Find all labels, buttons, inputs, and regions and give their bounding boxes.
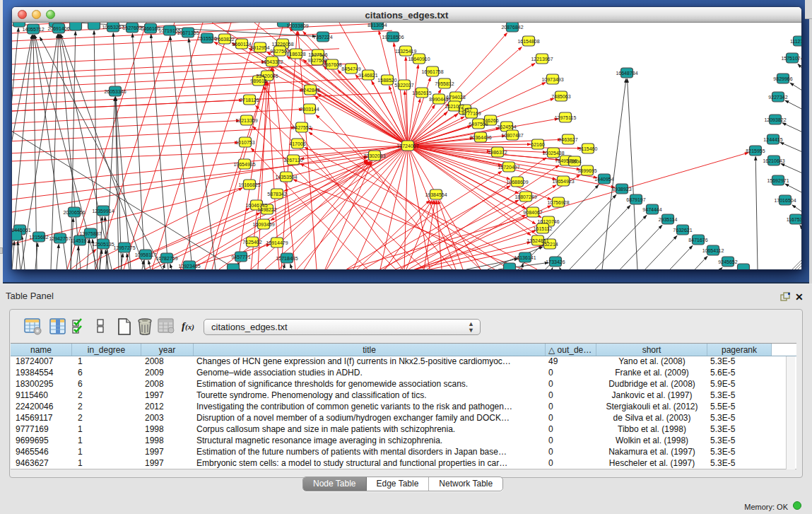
- svg-text:15751074: 15751074: [781, 56, 801, 61]
- svg-text:16154808: 16154808: [517, 39, 539, 44]
- svg-text:9463627: 9463627: [558, 137, 577, 142]
- svg-text:10654112: 10654112: [702, 248, 724, 253]
- svg-text:16648784: 16648784: [616, 71, 637, 76]
- svg-text:1112754: 1112754: [790, 39, 801, 44]
- svg-text:1588520: 1588520: [377, 78, 396, 83]
- svg-text:10671355: 10671355: [177, 30, 199, 35]
- svg-text:1244415: 1244415: [763, 137, 782, 142]
- svg-text:10958117: 10958117: [135, 252, 157, 257]
- svg-text:252214: 252214: [541, 242, 558, 247]
- svg-text:10973493: 10973493: [541, 77, 563, 82]
- svg-text:7986372: 7986372: [488, 150, 507, 155]
- svg-text:8938923: 8938923: [612, 187, 631, 192]
- svg-text:9474444: 9474444: [642, 207, 661, 212]
- svg-text:7485063: 7485063: [551, 94, 570, 99]
- svg-text:9457771: 9457771: [231, 255, 250, 259]
- svg-text:2935114: 2935114: [659, 217, 678, 222]
- svg-text:1615112: 1615112: [534, 226, 553, 231]
- svg-text:16033809: 16033809: [286, 23, 308, 28]
- svg-text:10025438: 10025438: [542, 151, 564, 156]
- svg-text:12505135: 12505135: [92, 242, 114, 247]
- svg-text:12923465: 12923465: [178, 264, 200, 269]
- svg-text:8660124: 8660124: [232, 42, 251, 47]
- svg-text:16543382: 16543382: [261, 59, 283, 64]
- svg-text:1145191: 1145191: [71, 238, 90, 243]
- svg-text:1733426: 1733426: [546, 259, 565, 264]
- svg-text:10807487: 10807487: [501, 133, 523, 138]
- svg-text:989615: 989615: [250, 78, 266, 83]
- svg-text:9146821: 9146821: [358, 73, 377, 78]
- svg-text:11325419: 11325419: [395, 49, 417, 54]
- svg-text:1167533: 1167533: [787, 217, 801, 222]
- svg-text:3624554: 3624554: [497, 124, 516, 129]
- svg-text:9829966: 9829966: [773, 76, 792, 81]
- svg-text:16120746: 16120746: [537, 219, 559, 224]
- svg-text:26053346: 26053346: [104, 89, 126, 94]
- svg-text:98804: 98804: [567, 159, 582, 164]
- svg-text:10756928: 10756928: [547, 200, 569, 205]
- svg-text:9084067: 9084067: [523, 210, 542, 215]
- svg-text:6879197: 6879197: [626, 197, 645, 202]
- svg-text:5322037: 5322037: [394, 83, 413, 88]
- svg-text:7357224: 7357224: [313, 35, 332, 40]
- svg-text:6466160: 6466160: [141, 26, 160, 31]
- svg-text:13975887: 13975887: [79, 231, 101, 236]
- svg-text:17957275: 17957275: [113, 245, 135, 250]
- svg-text:7515526: 7515526: [197, 36, 216, 41]
- svg-text:12093822: 12093822: [764, 117, 786, 122]
- svg-text:14136141: 14136141: [514, 255, 536, 260]
- svg-text:7632621: 7632621: [673, 228, 692, 233]
- svg-text:16961758: 16961758: [421, 69, 443, 74]
- svg-text:20206556: 20206556: [63, 210, 85, 215]
- svg-text:18724007: 18724007: [396, 144, 418, 148]
- svg-text:1215682: 1215682: [29, 235, 48, 240]
- svg-text:3267130: 3267130: [283, 158, 302, 163]
- svg-text:9245652: 9245652: [718, 259, 737, 264]
- svg-text:12975115: 12975115: [555, 115, 577, 120]
- svg-text:9115460: 9115460: [579, 146, 598, 151]
- svg-text:417006: 417006: [289, 141, 305, 146]
- svg-text:15718485: 15718485: [276, 256, 298, 261]
- svg-text:8912954: 8912954: [250, 45, 269, 50]
- svg-text:6497568: 6497568: [469, 122, 488, 127]
- svg-text:15720407: 15720407: [498, 165, 519, 170]
- svg-text:12213967: 12213967: [531, 57, 553, 62]
- svg-text:1440954: 1440954: [594, 177, 613, 182]
- svg-text:10688609: 10688609: [506, 180, 528, 185]
- svg-text:62160: 62160: [531, 142, 545, 147]
- svg-text:17016504: 17016504: [774, 198, 796, 203]
- svg-text:1527546: 1527546: [308, 52, 327, 57]
- svg-text:14353594: 14353594: [275, 175, 297, 180]
- svg-text:8186328: 8186328: [286, 52, 305, 57]
- svg-text:20691406: 20691406: [47, 26, 69, 31]
- svg-text:19654923: 19654923: [552, 179, 574, 184]
- svg-text:1498222: 1498222: [257, 207, 276, 212]
- svg-text:9427552: 9427552: [292, 125, 311, 130]
- svg-text:20876842: 20876842: [501, 25, 523, 30]
- svg-text:16093459: 16093459: [252, 222, 274, 227]
- svg-text:8471676: 8471676: [688, 238, 707, 243]
- svg-text:19218506: 19218506: [382, 35, 404, 40]
- svg-text:6794028: 6794028: [446, 95, 465, 100]
- svg-text:2718126: 2718126: [240, 98, 259, 103]
- svg-text:12942757: 12942757: [49, 236, 71, 241]
- svg-text:18807249: 18807249: [514, 194, 536, 199]
- svg-text:8813054: 8813054: [367, 23, 387, 28]
- svg-text:14055712: 14055712: [22, 27, 44, 32]
- svg-text:19654935: 19654935: [233, 162, 255, 167]
- svg-text:8454749: 8454749: [341, 66, 360, 71]
- svg-text:9242848: 9242848: [300, 88, 319, 93]
- svg-text:19166825: 19166825: [238, 182, 260, 187]
- svg-text:16210643: 16210643: [763, 158, 784, 163]
- svg-text:18640910: 18640910: [408, 57, 430, 62]
- svg-text:9777169: 9777169: [461, 111, 481, 116]
- svg-text:10653267: 10653267: [102, 25, 124, 30]
- svg-text:8215955: 8215955: [746, 148, 765, 153]
- svg-text:13226058: 13226058: [271, 42, 293, 47]
- svg-text:15692971: 15692971: [767, 178, 789, 183]
- svg-text:16914479: 16914479: [266, 240, 288, 245]
- svg-text:19384554: 19384554: [425, 192, 447, 197]
- svg-text:1010753: 1010753: [235, 140, 254, 145]
- svg-text:2867608: 2867608: [322, 62, 341, 67]
- svg-text:23302033: 23302033: [363, 153, 385, 158]
